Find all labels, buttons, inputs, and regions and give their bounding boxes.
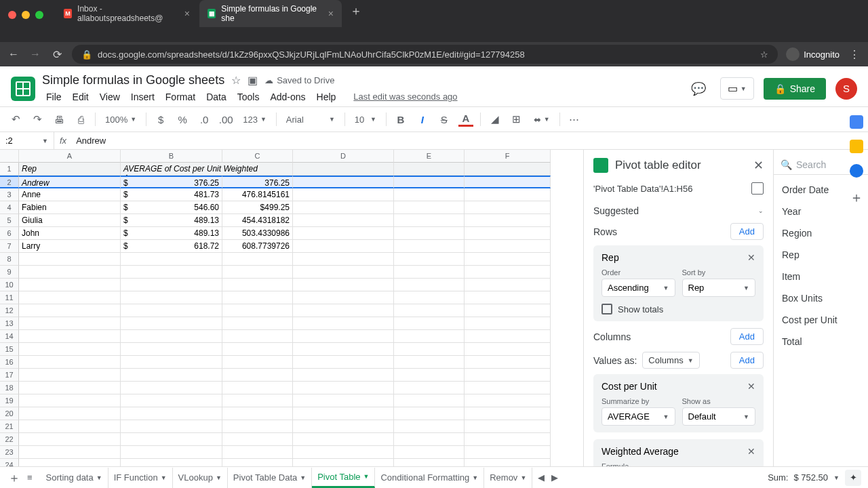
row-header[interactable]: 22	[0, 433, 19, 446]
row-header[interactable]: 18	[0, 382, 19, 394]
close-icon[interactable]: ✕	[753, 158, 764, 173]
add-values-button[interactable]: Add	[730, 352, 764, 369]
cell[interactable]	[465, 201, 551, 214]
row-header[interactable]: 10	[0, 279, 19, 291]
cell[interactable]	[293, 343, 394, 356]
format-number[interactable]: 123▼	[240, 113, 269, 126]
cell[interactable]	[222, 369, 293, 382]
cell[interactable]: Rep	[19, 163, 121, 176]
strikethrough-button[interactable]: S	[437, 114, 452, 125]
cell[interactable]	[19, 420, 121, 433]
cell[interactable]	[465, 214, 551, 227]
cell[interactable]	[121, 382, 222, 394]
cell[interactable]	[222, 382, 293, 394]
cell[interactable]	[394, 394, 465, 407]
chevron-down-icon[interactable]: ▼	[161, 474, 167, 481]
back-icon[interactable]: ←	[7, 48, 20, 60]
row-header[interactable]: 2	[0, 176, 19, 188]
cell[interactable]: 608.7739726	[222, 240, 293, 253]
cell[interactable]	[465, 240, 551, 253]
row-header[interactable]: 7	[0, 240, 19, 253]
explore-icon[interactable]: ✦	[845, 470, 861, 486]
cell[interactable]	[465, 304, 551, 317]
cell[interactable]	[293, 369, 394, 382]
cell[interactable]: Anne	[19, 188, 121, 201]
cell[interactable]	[394, 176, 465, 188]
cell[interactable]	[465, 343, 551, 356]
cell[interactable]	[394, 446, 465, 459]
sheet-tab[interactable]: Sorting data▼	[41, 468, 108, 488]
chevron-down-icon[interactable]: ▼	[472, 474, 478, 481]
cell[interactable]	[394, 304, 465, 317]
row-header[interactable]: 11	[0, 291, 19, 304]
cell[interactable]	[293, 240, 394, 253]
cell[interactable]: AVERAGE of Cost per Unit Weighted Averag…	[121, 163, 293, 176]
cell[interactable]: Fabien	[19, 201, 121, 214]
cell[interactable]	[465, 420, 551, 433]
cell[interactable]	[121, 433, 222, 446]
chevron-down-icon[interactable]: ▼	[216, 474, 222, 481]
cell[interactable]	[293, 291, 394, 304]
cell[interactable]	[293, 188, 394, 201]
row-header[interactable]: 6	[0, 227, 19, 240]
select-range-icon[interactable]	[751, 182, 764, 195]
cell[interactable]	[465, 227, 551, 240]
cell[interactable]	[394, 420, 465, 433]
cell[interactable]	[465, 407, 551, 420]
borders-icon[interactable]: ⊞	[509, 113, 524, 125]
fill-color-icon[interactable]: ◢	[488, 113, 502, 125]
cell[interactable]	[293, 176, 394, 188]
undo-icon[interactable]: ↶	[8, 113, 23, 125]
cell[interactable]: $376.25	[121, 176, 222, 188]
cell[interactable]	[293, 201, 394, 214]
col-header-D[interactable]: D	[293, 150, 394, 163]
row-header[interactable]: 23	[0, 446, 19, 459]
cell[interactable]: $481.73	[121, 188, 222, 201]
cell[interactable]	[121, 279, 222, 291]
field-rep[interactable]: Rep	[774, 244, 868, 266]
cell[interactable]: $499.25	[222, 201, 293, 214]
row-header[interactable]: 4	[0, 201, 19, 214]
cell[interactable]	[465, 356, 551, 369]
cell[interactable]	[293, 446, 394, 459]
zoom-select[interactable]: 100%▼	[102, 113, 139, 126]
cell[interactable]	[19, 317, 121, 330]
chevron-down-icon[interactable]: ▼	[300, 474, 306, 481]
menu-tools[interactable]: Tools	[233, 90, 264, 104]
chevron-down-icon[interactable]: ▼	[363, 473, 370, 480]
row-header[interactable]: 15	[0, 343, 19, 356]
cell[interactable]	[19, 369, 121, 382]
cell[interactable]	[394, 201, 465, 214]
cell[interactable]: $489.13	[121, 214, 222, 227]
cell[interactable]	[121, 356, 222, 369]
row-header[interactable]: 20	[0, 407, 19, 420]
scroll-tabs-right[interactable]: ▶	[551, 472, 558, 483]
browser-tab-inbox[interactable]: M Inbox - allaboutspreadsheets@ ×	[56, 0, 198, 27]
cell[interactable]	[293, 253, 394, 266]
cell[interactable]	[465, 382, 551, 394]
col-header-F[interactable]: F	[465, 150, 551, 163]
row-header[interactable]: 17	[0, 369, 19, 382]
menu-help[interactable]: Help	[313, 90, 340, 104]
add-sheet-icon[interactable]: ＋	[8, 470, 20, 486]
cell[interactable]: 503.4330986	[222, 227, 293, 240]
cell[interactable]	[19, 343, 121, 356]
menu-file[interactable]: File	[42, 90, 66, 104]
cell[interactable]: 376.25	[222, 176, 293, 188]
order-select[interactable]: Ascending▼	[601, 279, 675, 297]
cell[interactable]: 454.4318182	[222, 214, 293, 227]
corner-cell[interactable]	[0, 150, 19, 163]
cell[interactable]	[222, 291, 293, 304]
sheet-tab[interactable]: IF Function▼	[108, 468, 173, 488]
cell[interactable]	[222, 433, 293, 446]
cell[interactable]: $489.13	[121, 227, 222, 240]
cell[interactable]	[394, 291, 465, 304]
menu-insert[interactable]: Insert	[127, 90, 159, 104]
present-button[interactable]: ▭ ▼	[720, 77, 754, 100]
cell[interactable]	[465, 279, 551, 291]
row-header[interactable]: 1	[0, 163, 19, 176]
cell[interactable]	[465, 253, 551, 266]
col-header-A[interactable]: A	[19, 150, 121, 163]
cell[interactable]	[293, 382, 394, 394]
row-header[interactable]: 16	[0, 356, 19, 369]
